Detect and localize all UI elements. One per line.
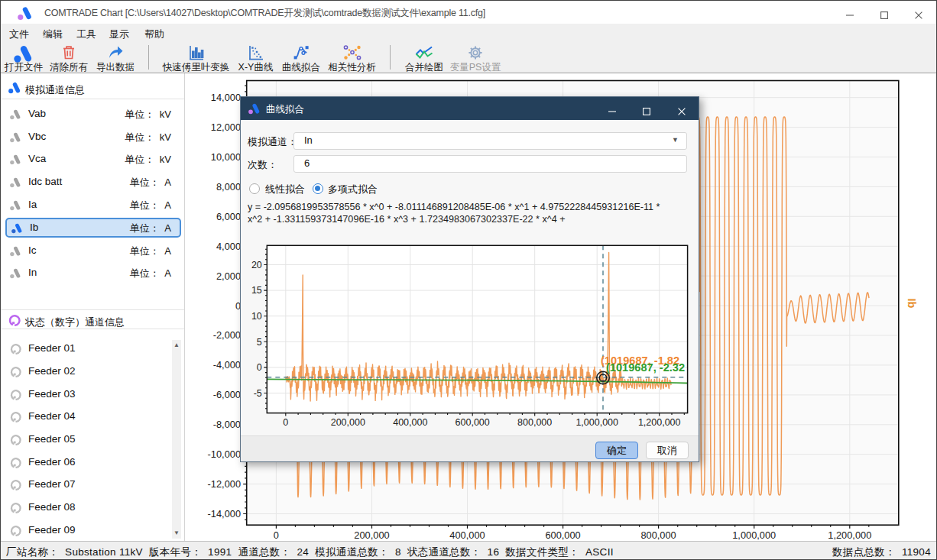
svg-text:10: 10 — [251, 311, 262, 322]
svg-text:-12,000: -12,000 — [208, 478, 241, 490]
svg-text:10,000: 10,000 — [211, 151, 241, 163]
svg-text:400,000: 400,000 — [449, 529, 485, 541]
svg-text:800,000: 800,000 — [517, 417, 552, 428]
svg-text:1,200,000: 1,200,000 — [828, 529, 871, 541]
svg-text:4,000: 4,000 — [216, 241, 241, 252]
svg-text:-14,000: -14,000 — [208, 508, 241, 520]
svg-text:0: 0 — [283, 417, 288, 428]
svg-text:6,000: 6,000 — [216, 211, 241, 222]
svg-text:-2,000: -2,000 — [213, 329, 241, 341]
svg-text:-5: -5 — [254, 388, 262, 399]
svg-text:200,000: 200,000 — [331, 417, 365, 428]
svg-text:-6,000: -6,000 — [213, 389, 241, 400]
svg-text:1,000,000: 1,000,000 — [732, 529, 776, 541]
svg-text:1,200,000: 1,200,000 — [638, 417, 681, 428]
svg-text:8,000: 8,000 — [216, 181, 241, 193]
svg-text:(1019687, -2.32: (1019687, -2.32 — [606, 361, 685, 374]
svg-text:Ib: Ib — [906, 299, 918, 309]
svg-text:-4,000: -4,000 — [213, 359, 241, 371]
svg-text:5: 5 — [257, 337, 262, 348]
svg-text:-8,000: -8,000 — [213, 419, 241, 430]
svg-text:600,000: 600,000 — [456, 417, 490, 428]
svg-text:12,000: 12,000 — [211, 121, 241, 133]
svg-text:1,000,000: 1,000,000 — [575, 417, 618, 428]
svg-text:800,000: 800,000 — [640, 529, 676, 541]
svg-text:15: 15 — [251, 285, 262, 296]
svg-text:-10,000: -10,000 — [208, 448, 241, 460]
svg-text:0: 0 — [274, 529, 279, 541]
svg-text:2,000: 2,000 — [216, 270, 241, 282]
svg-text:0: 0 — [257, 362, 262, 373]
svg-text:20: 20 — [251, 260, 262, 270]
svg-text:14,000: 14,000 — [211, 92, 241, 103]
svg-text:400,000: 400,000 — [393, 417, 427, 428]
svg-text:200,000: 200,000 — [354, 529, 389, 541]
svg-text:600,000: 600,000 — [545, 529, 580, 541]
